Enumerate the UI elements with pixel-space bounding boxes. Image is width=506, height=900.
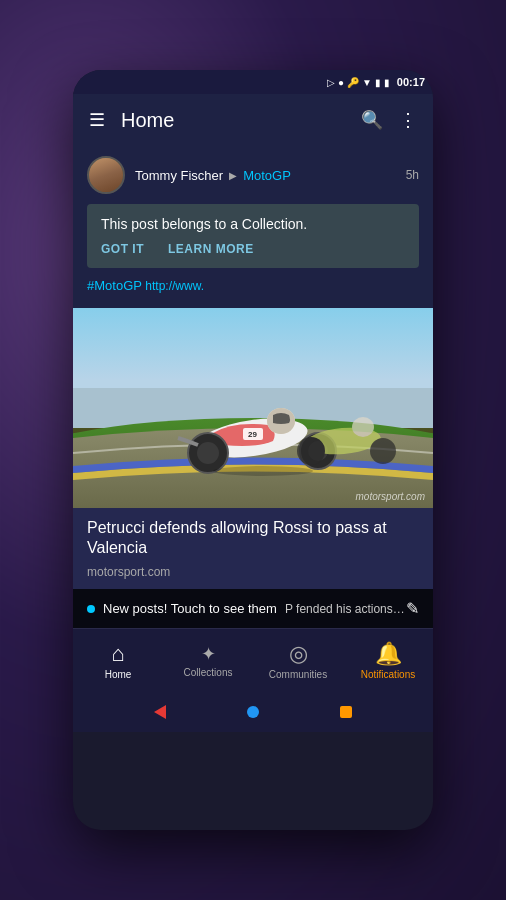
post-header: Tommy Fischer ▶ MotoGP 5h [73, 146, 433, 204]
nav-item-collections[interactable]: ✦ Collections [163, 643, 253, 678]
new-posts-snippet: P fended his actions in the by Valentino… [285, 602, 406, 616]
nav-item-home[interactable]: ⌂ Home [73, 641, 163, 680]
home-icon [247, 706, 259, 718]
notifications-nav-icon: 🔔 [375, 641, 402, 667]
bottom-nav: ⌂ Home ✦ Collections ◎ Communities 🔔 Not… [73, 628, 433, 692]
new-posts-left: New posts! Touch to see them [87, 601, 277, 616]
back-icon [154, 705, 166, 719]
home-nav-label: Home [105, 669, 132, 680]
learn-more-button[interactable]: Learn more [168, 242, 254, 256]
battery-icon: ▮ [384, 77, 390, 88]
post-meta: Tommy Fischer ▶ MotoGP [135, 168, 396, 183]
svg-point-11 [197, 442, 219, 464]
svg-point-12 [213, 466, 313, 476]
article-title: Petrucci defends allowing Rossi to pass … [73, 508, 433, 564]
author-name: Tommy Fischer [135, 168, 223, 183]
tooltip-actions: GOT IT Learn more [101, 242, 405, 256]
hamburger-icon[interactable]: ☰ [89, 109, 105, 131]
notifications-nav-label: Notifications [361, 669, 415, 680]
svg-point-15 [297, 437, 325, 465]
hashtag: #MotoGP [87, 278, 142, 293]
bluetooth-icon: ▷ [327, 77, 335, 88]
app-bar: ☰ Home 🔍 ⋮ [73, 94, 433, 146]
collections-nav-label: Collections [184, 667, 233, 678]
status-time: 00:17 [397, 76, 425, 88]
status-bar: ▷ ● 🔑 ▼ ▮ ▮ 00:17 [73, 70, 433, 94]
post-text: #MotoGP http://www. [87, 276, 419, 296]
snippet-mid: fended his actions in the [296, 602, 406, 616]
edit-icon: ✎ [406, 599, 419, 618]
wifi-icon: ▼ [362, 77, 372, 88]
nav-item-communities[interactable]: ◎ Communities [253, 641, 343, 680]
article-card[interactable]: 29 [73, 308, 433, 590]
avatar [87, 156, 125, 194]
post-author-line: Tommy Fischer ▶ MotoGP [135, 168, 396, 183]
post-content: #MotoGP http://www. [73, 276, 433, 304]
home-nav-icon: ⌂ [111, 641, 124, 667]
community-name: MotoGP [243, 168, 291, 183]
signal-icon: ▮ [375, 77, 381, 88]
tooltip-text: This post belongs to a Collection. [101, 216, 405, 232]
main-content: Tommy Fischer ▶ MotoGP 5h This post belo… [73, 146, 433, 628]
new-posts-banner[interactable]: New posts! Touch to see them P fended hi… [73, 589, 433, 628]
got-it-button[interactable]: GOT IT [101, 242, 144, 256]
refresh-dot [87, 605, 95, 613]
watermark: motorsport.com [356, 491, 425, 502]
collection-tooltip: This post belongs to a Collection. GOT I… [87, 204, 419, 268]
avatar-image [89, 157, 123, 193]
svg-point-16 [352, 417, 374, 437]
back-button[interactable] [153, 705, 167, 719]
key-icon: 🔑 [347, 77, 359, 88]
post-time: 5h [406, 168, 419, 182]
new-posts-text: New posts! Touch to see them [103, 601, 277, 616]
communities-nav-label: Communities [269, 669, 327, 680]
more-options-icon[interactable]: ⋮ [399, 109, 417, 131]
record-icon: ● [338, 77, 344, 88]
snippet-start: P [285, 602, 293, 616]
collections-nav-icon: ✦ [201, 643, 216, 665]
system-nav-bar [73, 692, 433, 732]
recents-button[interactable] [339, 705, 353, 719]
phone-frame: ▷ ● 🔑 ▼ ▮ ▮ 00:17 ☰ Home 🔍 ⋮ Tommy Fisch… [73, 70, 433, 830]
home-button[interactable] [246, 705, 260, 719]
article-svg: 29 [73, 308, 433, 508]
article-image: 29 [73, 308, 433, 508]
communities-nav-icon: ◎ [289, 641, 308, 667]
arrow-icon: ▶ [229, 170, 237, 181]
app-title: Home [121, 109, 345, 132]
svg-text:29: 29 [248, 430, 257, 439]
svg-point-14 [370, 438, 396, 464]
status-icons: ▷ ● 🔑 ▼ ▮ ▮ 00:17 [327, 76, 425, 88]
nav-item-notifications[interactable]: 🔔 Notifications [343, 641, 433, 680]
post-link[interactable]: http://www. [145, 279, 204, 293]
search-icon[interactable]: 🔍 [361, 109, 383, 131]
article-source: motorsport.com [73, 563, 433, 589]
recents-icon [340, 706, 352, 718]
toolbar-icons: 🔍 ⋮ [361, 109, 417, 131]
